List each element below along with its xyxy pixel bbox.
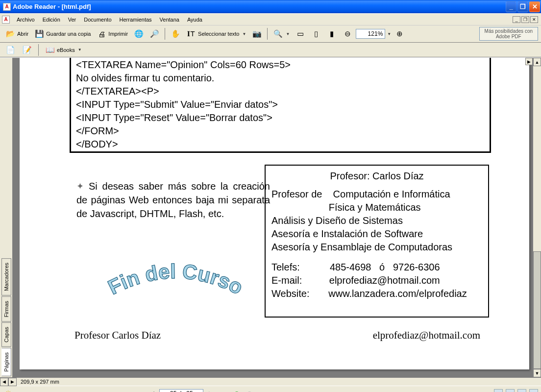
info-tel: Telefs: 485-4698 ó 9726-6306 bbox=[271, 261, 482, 274]
tab-marcadores[interactable]: Marcadores bbox=[1, 258, 11, 295]
last-page-button[interactable]: ⏭ bbox=[219, 389, 229, 392]
save-copy-button[interactable]: 💾Guardar una copia bbox=[32, 27, 93, 40]
code-line: </HTML> bbox=[76, 151, 485, 153]
back-view-button[interactable]: ◉ bbox=[232, 389, 242, 392]
review-button[interactable]: 📄 bbox=[3, 44, 18, 56]
tab-paginas[interactable]: Páginas bbox=[1, 348, 11, 376]
info-row: Análisis y Diseño de Sistemas bbox=[271, 214, 482, 227]
search-button[interactable]: 🔎 bbox=[147, 27, 162, 40]
chevron-down-icon: ▼ bbox=[286, 32, 290, 36]
code-line: <INPUT Type="Submit" Value="Enviar datos… bbox=[76, 98, 485, 111]
promo-line2: Adobe PDF bbox=[485, 34, 533, 39]
info-row: Profesor de Computación e Informática bbox=[271, 188, 482, 201]
minus-circle-icon: ⊖ bbox=[343, 29, 352, 39]
zoom-in-button[interactable]: ⊕ bbox=[392, 27, 407, 40]
code-line: <TEXTAREA Name="Opinion" Cols=60 Rows=5> bbox=[76, 58, 485, 72]
menubar: A Archivo Edición Ver Documento Herramie… bbox=[0, 13, 541, 25]
open-button[interactable]: 📂Abrir bbox=[3, 27, 31, 40]
hand-tool-button[interactable]: ✋ bbox=[168, 27, 183, 40]
scroll-thumb[interactable] bbox=[533, 251, 541, 369]
nav-panel: Páginas Capas Firmas Marcadores bbox=[0, 58, 13, 377]
code-box: <TEXTAREA Name="Opinion" Cols=60 Rows=5>… bbox=[70, 58, 491, 153]
open-label: Abrir bbox=[17, 31, 28, 37]
fit-width-icon: ▮ bbox=[327, 29, 337, 39]
adobe-reader-icon: A bbox=[3, 3, 11, 11]
print-label: Imprimir bbox=[108, 31, 128, 37]
mdi-minimize-button[interactable]: _ bbox=[513, 16, 520, 23]
review-icon: 📄 bbox=[5, 45, 15, 55]
menu-ver[interactable]: Ver bbox=[64, 15, 80, 24]
sign-icon: 📝 bbox=[22, 45, 32, 55]
actual-size-button[interactable]: ▭ bbox=[293, 27, 308, 40]
menu-ventana[interactable]: Ventana bbox=[156, 15, 183, 24]
fit-width-button[interactable]: ▮ bbox=[324, 27, 339, 40]
sign-button[interactable]: 📝 bbox=[20, 44, 34, 56]
hscroll-left-button[interactable]: ◀ bbox=[0, 378, 8, 386]
wordart-fin-del-curso: Fin del Curso bbox=[73, 256, 278, 320]
menu-archivo[interactable]: Archivo bbox=[13, 15, 39, 24]
zoom-in-tool-button[interactable]: 🔍▼ bbox=[270, 27, 292, 40]
star-bullet-icon: ✦ bbox=[76, 179, 84, 193]
pdf-page: <TEXTAREA Name="Opinion" Cols=60 Rows=5>… bbox=[20, 58, 529, 369]
single-page-button[interactable] bbox=[494, 389, 503, 392]
scroll-track[interactable] bbox=[533, 66, 541, 369]
vertical-scrollbar[interactable]: ▲ ▼ bbox=[533, 58, 541, 377]
menu-documento[interactable]: Documento bbox=[80, 15, 115, 24]
page-number-input[interactable] bbox=[159, 389, 203, 392]
facing-button[interactable] bbox=[517, 389, 526, 392]
ebooks-button[interactable]: 📖eBooks▼ bbox=[43, 44, 84, 56]
zoom-input[interactable] bbox=[356, 29, 385, 39]
tab-firmas[interactable]: Firmas bbox=[1, 296, 11, 322]
close-button[interactable]: ✕ bbox=[529, 1, 540, 12]
svg-text:Fin del Curso: Fin del Curso bbox=[104, 260, 246, 299]
toolbar-main: 📂Abrir 💾Guardar una copia 🖨Imprimir 🌐 🔎 … bbox=[0, 25, 541, 43]
chevron-down-icon: ▼ bbox=[242, 32, 246, 36]
folder-open-icon: 📂 bbox=[5, 29, 15, 39]
save-label: Guardar una copia bbox=[46, 31, 91, 37]
binoculars-icon: 🔎 bbox=[149, 29, 159, 39]
plus-circle-icon: ⊕ bbox=[394, 29, 404, 39]
info-row: Asesoría y Ensamblaje de Computadoras bbox=[271, 241, 482, 254]
tab-capas[interactable]: Capas bbox=[1, 322, 11, 347]
page-dimensions: 209,9 x 297 mm bbox=[17, 379, 63, 385]
select-text-button[interactable]: 𝐈TSeleccionar texto▼ bbox=[184, 27, 248, 40]
next-page-button[interactable]: ▶ bbox=[206, 389, 216, 392]
forward-view-button[interactable]: ◉ bbox=[245, 389, 254, 392]
code-line: No olvides firmar tu comentario. bbox=[76, 72, 485, 85]
continuous-facing-button[interactable] bbox=[529, 389, 538, 392]
prev-page-button[interactable]: ◀ bbox=[147, 389, 156, 392]
snapshot-button[interactable]: 📷 bbox=[249, 27, 264, 40]
adobe-promo-box[interactable]: Más posibilidades conAdobe PDF bbox=[479, 27, 538, 41]
continuous-button[interactable] bbox=[506, 389, 515, 392]
minimize-button[interactable]: _ bbox=[506, 1, 516, 12]
info-web: Website: www.lanzadera.com/elprofediaz bbox=[271, 287, 482, 300]
menu-ayuda[interactable]: Ayuda bbox=[183, 15, 206, 24]
fit-page-button[interactable]: ▯ bbox=[309, 27, 323, 40]
document-area[interactable]: <TEXTAREA Name="Opinion" Cols=60 Rows=5>… bbox=[13, 58, 533, 377]
email-button[interactable]: 🌐 bbox=[131, 27, 146, 40]
menu-edicion[interactable]: Edición bbox=[39, 15, 64, 24]
fit-page-icon: ▯ bbox=[311, 29, 321, 39]
page-nav-group: ⏮ ◀ ▶ ⏭ ◉ ◉ bbox=[134, 389, 254, 392]
collapse-button[interactable]: ▶ bbox=[525, 58, 533, 65]
scroll-down-button[interactable]: ▼ bbox=[533, 369, 541, 377]
save-icon: 💾 bbox=[34, 29, 44, 39]
mdi-close-button[interactable]: ✕ bbox=[530, 16, 538, 23]
maximize-button[interactable]: ❐ bbox=[517, 1, 528, 12]
info-header: Profesor: Carlos Díaz bbox=[271, 170, 482, 183]
bullet-text: Si deseas saber más sobre la creación de… bbox=[76, 181, 270, 219]
zoom-out-button[interactable]: ⊖ bbox=[340, 27, 355, 40]
mdi-restore-button[interactable]: ❐ bbox=[521, 16, 529, 23]
bullet-paragraph: ✦ Si deseas saber más sobre la creación … bbox=[76, 179, 270, 220]
first-page-button[interactable]: ⏮ bbox=[134, 389, 144, 392]
menu-herramientas[interactable]: Herramientas bbox=[116, 15, 156, 24]
select-label: Seleccionar texto bbox=[198, 31, 239, 37]
chevron-down-icon[interactable]: ▼ bbox=[387, 32, 391, 36]
wordart-text: Fin del Curso bbox=[104, 260, 246, 299]
workspace: Páginas Capas Firmas Marcadores <TEXTARE… bbox=[0, 57, 541, 377]
print-button[interactable]: 🖨Imprimir bbox=[94, 27, 130, 40]
hscroll-right-button[interactable]: ▶ bbox=[8, 378, 17, 386]
info-email: E-mail: elprofediaz@hotmail.com bbox=[271, 274, 482, 287]
window-title: Adobe Reader - [html.pdf] bbox=[13, 3, 506, 10]
scroll-up-button[interactable]: ▲ bbox=[533, 58, 541, 66]
